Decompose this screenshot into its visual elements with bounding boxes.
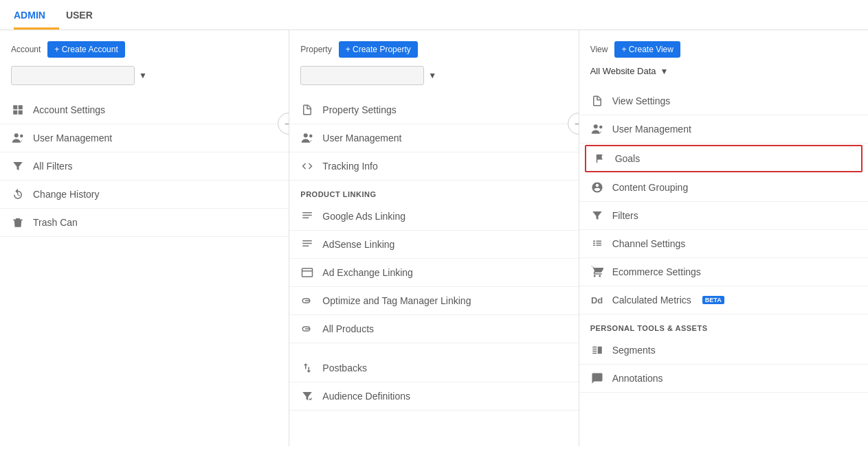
annotations-label: Annotations	[612, 373, 663, 384]
svg-rect-3	[19, 111, 23, 115]
tab-admin[interactable]: ADMIN	[14, 0, 59, 30]
goals-label: Goals	[615, 153, 641, 164]
link-icon-2	[300, 322, 314, 336]
segments-label: Segments	[612, 345, 656, 356]
goals-item[interactable]: Goals	[585, 145, 863, 172]
account-dropdown-row: ▼	[0, 66, 289, 96]
adsense-linking-label: AdSense Linking	[322, 239, 394, 250]
optimize-tag-manager-label: Optimize and Tag Manager Linking	[322, 295, 471, 306]
account-settings-label: Account Settings	[33, 104, 105, 115]
property-user-management-label: User Management	[322, 133, 401, 143]
view-user-management-label: User Management	[612, 124, 691, 135]
comment-icon	[590, 371, 604, 385]
property-dropdown-arrow[interactable]: ▼	[428, 71, 436, 80]
svg-point-18	[599, 126, 603, 129]
property-label: Property	[300, 45, 331, 54]
grid-icon	[11, 103, 25, 117]
optimize-tag-manager-item[interactable]: Optimize and Tag Manager Linking	[289, 287, 578, 315]
doc-icon-view	[590, 94, 604, 108]
svg-point-4	[14, 133, 19, 137]
filters-view-item[interactable]: Filters	[579, 202, 868, 230]
calculated-metrics-item[interactable]: Dd Calculated Metrics BETA	[579, 286, 868, 314]
segments-icon	[590, 343, 604, 357]
account-header: Account + Create Account	[0, 41, 289, 66]
property-dropdown[interactable]	[300, 66, 424, 85]
tracking-info-item[interactable]: Tracking Info	[289, 152, 578, 181]
trash-can-item[interactable]: Trash Can	[0, 209, 289, 237]
view-header: View + Create View	[579, 41, 868, 66]
filter-icon-view	[590, 209, 604, 222]
svg-rect-1	[19, 105, 23, 109]
dd-icon: Dd	[590, 293, 604, 307]
account-dropdown[interactable]	[11, 66, 135, 85]
calculated-metrics-label: Calculated Metrics	[612, 295, 691, 306]
tracking-info-label: Tracking Info	[322, 161, 377, 172]
adsense-linking-item[interactable]: AdSense Linking	[289, 231, 578, 259]
arrows-icon	[300, 361, 314, 375]
svg-rect-14	[302, 268, 313, 277]
create-account-button[interactable]: + Create Account	[47, 41, 124, 58]
property-settings-item[interactable]: Property Settings	[289, 96, 578, 124]
property-header: Property + Create Property	[289, 41, 578, 66]
all-filters-item[interactable]: All Filters	[0, 152, 289, 181]
channel-icon	[590, 237, 604, 251]
view-dropdown-value: All Website Data	[590, 66, 656, 76]
postbacks-item[interactable]: Postbacks	[289, 354, 578, 382]
person-star-icon	[590, 181, 604, 194]
ecommerce-settings-item[interactable]: Ecommerce Settings	[579, 258, 868, 286]
view-dropdown-arrow[interactable]: ▼	[660, 67, 669, 76]
property-dropdown-row: ▼	[289, 66, 578, 96]
svg-point-6	[304, 133, 308, 137]
google-ads-linking-item[interactable]: Google Ads Linking	[289, 203, 578, 231]
all-products-label: All Products	[322, 323, 374, 334]
list-icon-2	[300, 238, 314, 251]
change-history-item[interactable]: Change History	[0, 181, 289, 209]
product-linking-label: PRODUCT LINKING	[289, 181, 578, 203]
content-grouping-item[interactable]: Content Grouping	[579, 174, 868, 202]
view-user-management-item[interactable]: User Management	[579, 115, 868, 143]
content-grouping-label: Content Grouping	[612, 182, 689, 193]
create-property-button[interactable]: + Create Property	[339, 41, 418, 58]
account-user-management-item[interactable]: User Management	[0, 124, 289, 152]
personal-tools-label: PERSONAL TOOLS & ASSETS	[579, 314, 868, 336]
property-column: Property + Create Property ▼ Property Se…	[289, 30, 579, 446]
create-view-button[interactable]: + Create View	[614, 41, 680, 58]
svg-rect-13	[303, 246, 309, 247]
property-settings-label: Property Settings	[322, 104, 396, 115]
view-settings-item[interactable]: View Settings	[579, 87, 868, 115]
channel-settings-label: Channel Settings	[612, 238, 686, 249]
svg-rect-10	[303, 218, 309, 219]
channel-settings-item[interactable]: Channel Settings	[579, 230, 868, 258]
svg-rect-8	[303, 212, 313, 214]
account-settings-item[interactable]: Account Settings	[0, 96, 289, 124]
browser-icon	[300, 266, 314, 279]
svg-point-5	[20, 135, 23, 138]
change-history-label: Change History	[33, 189, 100, 200]
beta-badge: BETA	[702, 296, 724, 304]
admin-layout: Account + Create Account ▼ Account Setti…	[0, 30, 868, 446]
people-icon-view	[590, 122, 604, 136]
account-dropdown-arrow[interactable]: ▼	[139, 71, 147, 80]
code-icon	[300, 159, 314, 173]
people-icon-prop	[300, 131, 314, 145]
account-user-management-label: User Management	[33, 133, 112, 143]
segments-item[interactable]: Segments	[579, 336, 868, 365]
audience-definitions-item[interactable]: Audience Definitions	[289, 382, 578, 411]
funnel-icon	[300, 389, 314, 403]
list-icon-1	[300, 209, 314, 223]
annotations-item[interactable]: Annotations	[579, 365, 868, 393]
account-column: Account + Create Account ▼ Account Setti…	[0, 30, 289, 446]
ad-exchange-linking-item[interactable]: Ad Exchange Linking	[289, 259, 578, 287]
flag-icon	[593, 152, 607, 165]
all-products-item[interactable]: All Products	[289, 315, 578, 343]
postbacks-label: Postbacks	[322, 362, 367, 373]
tab-user[interactable]: USER	[66, 0, 107, 30]
svg-rect-12	[303, 243, 313, 244]
link-icon-1	[300, 294, 314, 308]
svg-rect-2	[13, 111, 17, 115]
account-label: Account	[11, 45, 41, 54]
filter-icon	[11, 159, 25, 173]
top-nav: ADMIN USER	[0, 0, 868, 30]
ecommerce-settings-label: Ecommerce Settings	[612, 266, 701, 277]
property-user-management-item[interactable]: User Management	[289, 124, 578, 152]
